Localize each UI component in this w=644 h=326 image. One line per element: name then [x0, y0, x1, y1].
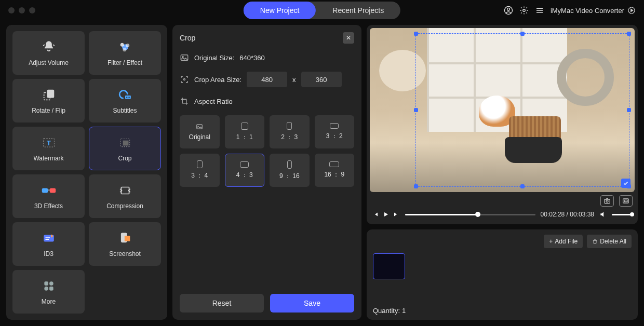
tool-screenshot[interactable]: Screenshot [89, 222, 161, 266]
crop-handle-n[interactable] [520, 32, 525, 36]
delete-all-button[interactable]: Delete All [587, 235, 632, 248]
crop-handle-e[interactable] [627, 108, 631, 112]
svg-rect-32 [624, 200, 627, 202]
ratio-1-1[interactable]: 1 ： 1 [225, 115, 265, 148]
tool-more[interactable]: More [12, 270, 85, 314]
tool-rotate-flip[interactable]: Rotate / Flip [12, 79, 85, 123]
progress-fill [405, 214, 478, 215]
aspect-ratio-grid: Original 1 ： 1 2 ： 3 3 ： 2 3 ： 4 [180, 115, 354, 187]
volume-knob[interactable] [630, 212, 634, 216]
ratio-16-9[interactable]: 16 ： 9 [315, 154, 355, 187]
crop-height-input[interactable] [301, 72, 342, 87]
ratio-4-3[interactable]: 4 ： 3 [225, 154, 265, 187]
maximize-window[interactable] [29, 7, 35, 13]
tool-id3[interactable]: ID3 [12, 222, 85, 266]
tool-adjust-volume[interactable]: Adjust Volume [12, 31, 85, 75]
next-frame-button[interactable] [393, 211, 400, 218]
tool-compression[interactable]: Compression [89, 174, 161, 218]
tool-label: Watermark [33, 155, 63, 162]
ratio-label: 2 ： 3 [281, 133, 298, 142]
tool-label: Screenshot [109, 250, 141, 257]
ratio-label: 1 ： 1 [236, 133, 253, 142]
tool-3d-effects[interactable]: 3D Effects [12, 174, 85, 218]
tool-label: ID3 [44, 250, 53, 257]
crop-handle-w[interactable] [414, 108, 418, 112]
compress-icon [117, 183, 133, 198]
tab-new-project[interactable]: New Project [244, 2, 316, 19]
volume-slider[interactable] [612, 214, 633, 215]
ratio-shape [241, 123, 248, 130]
app-title-label: iMyMac Video Converter [551, 7, 624, 15]
ratio-label: 3 ： 4 [191, 171, 208, 180]
file-thumbnail[interactable] [373, 253, 405, 279]
play-circled-icon [627, 6, 636, 15]
current-time: 00:02:28 [541, 211, 565, 218]
ratio-shape [240, 161, 249, 168]
ratio-original[interactable]: Original [180, 115, 220, 148]
crop-handle-sw[interactable] [414, 184, 418, 188]
tool-crop[interactable]: Crop [89, 127, 161, 170]
ratio-label: 16 ： 9 [324, 170, 344, 179]
svg-rect-20 [124, 236, 130, 241]
crop-handle-s[interactable] [520, 184, 525, 188]
ratio-shape [287, 160, 292, 169]
save-button[interactable]: Save [270, 294, 354, 313]
close-window[interactable] [8, 7, 15, 13]
tool-watermark[interactable]: T Watermark [12, 127, 85, 170]
tool-label: Rotate / Flip [32, 107, 65, 114]
progress-bar[interactable] [405, 214, 535, 215]
ratio-3-2[interactable]: 3 ： 2 [315, 115, 355, 148]
app-title: iMyMac Video Converter [551, 6, 636, 15]
minimize-window[interactable] [19, 7, 25, 13]
svg-rect-21 [44, 281, 48, 286]
original-size-row: Original Size: 640*360 [180, 53, 354, 62]
gear-icon[interactable] [519, 6, 529, 15]
close-panel-button[interactable]: ✕ [343, 32, 354, 44]
add-file-button[interactable]: + Add File [544, 235, 583, 248]
time-display: 00:02:28 / 00:03:38 [541, 211, 594, 218]
tool-filter-effect[interactable]: Filter / Effect [89, 31, 161, 75]
total-time: 00:03:38 [570, 211, 594, 218]
titlebar-right: iMyMac Video Converter [504, 6, 636, 15]
panel-header: Crop ✕ [180, 32, 354, 44]
tool-label: 3D Effects [34, 202, 63, 210]
play-button[interactable] [382, 211, 390, 218]
svg-text:T: T [47, 139, 51, 147]
video-preview[interactable] [370, 28, 635, 192]
prev-frame-button[interactable] [372, 211, 379, 218]
tool-label: Compression [106, 202, 143, 210]
file-queue: + Add File Delete All Quantity: 1 [367, 229, 638, 320]
focus-icon [180, 75, 189, 84]
preview-check-badge[interactable] [621, 179, 630, 188]
progress-knob[interactable] [475, 212, 480, 217]
crop-size-row: Crop Area Size: x [180, 72, 354, 87]
snapshot-button[interactable] [600, 195, 614, 207]
crop-handle-nw[interactable] [414, 32, 418, 36]
delete-all-label: Delete All [600, 238, 626, 245]
subtitles-icon [117, 87, 133, 103]
crop-handle-ne[interactable] [627, 32, 631, 36]
plus-icon: + [549, 238, 553, 245]
svg-point-30 [606, 200, 608, 202]
svg-rect-10 [125, 96, 131, 99]
fullscreen-button[interactable] [619, 195, 633, 207]
svg-rect-31 [623, 199, 629, 203]
tool-subtitles[interactable]: Subtitles [89, 79, 161, 123]
menu-icon[interactable] [535, 6, 544, 15]
panel-title: Crop [180, 34, 195, 42]
crop-width-input[interactable] [247, 72, 287, 87]
ratio-9-16[interactable]: 9 ： 16 [270, 154, 310, 187]
svg-rect-15 [42, 188, 47, 193]
crop-selection[interactable] [415, 33, 629, 187]
quantity-label: Quantity: [373, 307, 400, 315]
original-size-value: 640*360 [239, 54, 264, 62]
reset-button[interactable]: Reset [180, 294, 264, 313]
crop-size-separator: x [292, 76, 296, 84]
tab-recent-projects[interactable]: Recent Projects [316, 2, 400, 19]
ratio-3-4[interactable]: 3 ： 4 [180, 154, 220, 187]
titlebar: New Project Recent Projects iMyMac Video… [0, 0, 644, 21]
volume-button[interactable] [599, 211, 607, 218]
ratio-2-3[interactable]: 2 ： 3 [270, 115, 310, 148]
account-icon[interactable] [504, 6, 513, 15]
play-controls [372, 211, 400, 218]
